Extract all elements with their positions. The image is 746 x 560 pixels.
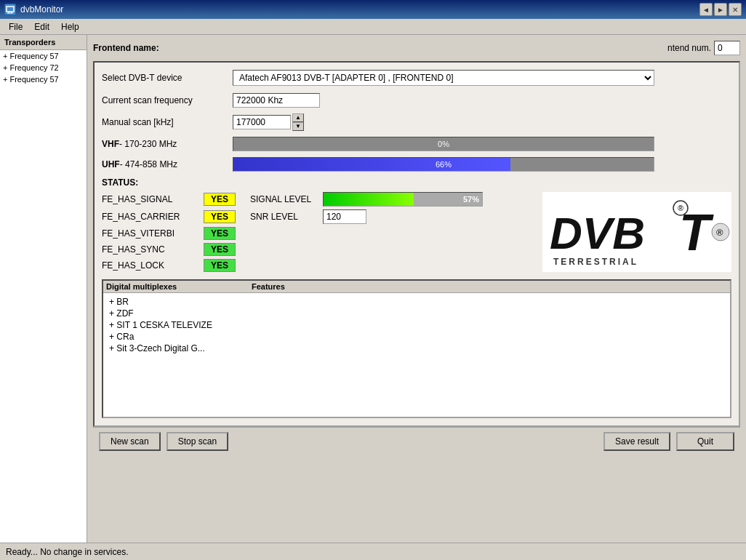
svg-text:DVB: DVB	[550, 208, 645, 258]
content-area: Frontend name: ntend num. Select DVB-T d…	[87, 35, 746, 543]
dvbt-logo: DVB ® T TERRESTRIAL ®	[542, 192, 731, 272]
fe-has-sync-row: FE_HAS_SYNC YES	[102, 243, 528, 256]
fe-has-signal-row: FE_HAS_SIGNAL YES SIGNAL LEVEL 57%	[102, 192, 528, 207]
statusbar-text: Ready... No change in services.	[6, 547, 129, 557]
svg-text:TERRESTRIAL: TERRESTRIAL	[553, 257, 638, 267]
save-result-button[interactable]: Save result	[603, 432, 670, 451]
current-freq-label: Current scan frequency	[102, 95, 233, 105]
frontend-num-label: ntend num.	[667, 43, 711, 53]
menu-file[interactable]: File	[3, 20, 28, 33]
spinner-buttons: ▲ ▼	[292, 113, 304, 131]
mux-item-3[interactable]: + CRa	[109, 331, 724, 343]
quit-button[interactable]: Quit	[676, 432, 734, 451]
main-area: Transporders + Frequency 57 + Frequency …	[0, 35, 746, 543]
sidebar-item-freq2[interactable]: + Frequency 72	[0, 62, 87, 73]
status-header: STATUS:	[102, 177, 731, 188]
sidebar-item-freq3[interactable]: + Frequency 57	[0, 73, 87, 85]
fe-has-carrier-row: FE_HAS_CARRIER YES SNR LEVEL	[102, 209, 528, 224]
device-select-row: Select DVB-T device Afatech AF9013 DVB-T…	[102, 70, 731, 86]
app-icon	[4, 4, 16, 15]
statusbar: Ready... No change in services.	[0, 543, 746, 560]
spinner-up[interactable]: ▲	[292, 113, 304, 122]
fe-has-lock-label: FE_HAS_LOCK	[102, 260, 204, 271]
current-freq-row: Current scan frequency	[102, 93, 731, 108]
mux-col2: Features	[252, 282, 397, 291]
uhf-percent-label: 66%	[233, 158, 654, 171]
sidebar-item-freq1[interactable]: + Frequency 57	[0, 50, 87, 62]
fe-has-sync-label: FE_HAS_SYNC	[102, 244, 204, 255]
svg-text:®: ®	[716, 227, 723, 238]
fe-has-signal-label: FE_HAS_SIGNAL	[102, 194, 204, 204]
frontend-num-input[interactable]	[714, 41, 740, 55]
titlebar: dvbMonitor ◄ ► ✕	[0, 0, 746, 19]
signal-level-label: SIGNAL LEVEL	[250, 194, 323, 204]
frontend-row: Frontend name: ntend num.	[93, 41, 740, 55]
fe-has-sync-value: YES	[204, 243, 236, 256]
status-grid: FE_HAS_SIGNAL YES SIGNAL LEVEL 57% FE_HA…	[102, 192, 731, 275]
status-left: FE_HAS_SIGNAL YES SIGNAL LEVEL 57% FE_HA…	[102, 192, 528, 275]
mux-item-1[interactable]: + ZDF	[109, 308, 724, 319]
manual-scan-label: Manual scan [kHz]	[102, 117, 233, 127]
menu-help[interactable]: Help	[55, 20, 85, 33]
manual-scan-row: Manual scan [kHz] ▲ ▼	[102, 113, 731, 131]
manual-scan-input[interactable]	[233, 115, 291, 129]
snr-level-label: SNR LEVEL	[250, 212, 323, 222]
menu-edit[interactable]: Edit	[28, 20, 55, 33]
sidebar-header: Transporders	[0, 35, 87, 50]
vhf-label: VHF- 170-230 MHz	[102, 139, 233, 149]
sidebar: Transporders + Frequency 57 + Frequency …	[0, 35, 87, 543]
fe-has-signal-value: YES	[204, 193, 236, 206]
device-select[interactable]: Afatech AF9013 DVB-T [ADAPTER 0] , [FRON…	[233, 70, 654, 86]
frontend-label: Frontend name:	[93, 43, 159, 53]
dvbt-logo-svg: DVB ® T TERRESTRIAL ®	[542, 192, 731, 272]
fe-has-lock-value: YES	[204, 259, 236, 272]
uhf-label: UHF- 474-858 MHz	[102, 159, 233, 169]
svg-rect-0	[7, 7, 14, 12]
current-freq-input[interactable]	[233, 93, 320, 108]
mux-item-2[interactable]: + SIT 1 CESKA TELEVIZE	[109, 319, 724, 331]
manual-scan-spinner: ▲ ▼	[233, 113, 304, 131]
fe-has-lock-row: FE_HAS_LOCK YES	[102, 259, 528, 272]
new-scan-button[interactable]: New scan	[99, 432, 161, 451]
mux-item-4[interactable]: + Sit 3-Czech Digital G...	[109, 343, 724, 354]
titlebar-nav-fwd[interactable]: ►	[714, 3, 727, 16]
fe-has-carrier-label: FE_HAS_CARRIER	[102, 212, 204, 222]
signal-level-fill	[324, 193, 414, 206]
mux-col1: Digital multiplexes	[106, 282, 252, 291]
vhf-percent-label: 0%	[233, 137, 654, 151]
snr-level-input[interactable]	[323, 209, 366, 224]
mux-content: + BR + ZDF + SIT 1 CESKA TELEVIZE + CRa …	[103, 293, 730, 417]
signal-level-bar: 57%	[323, 192, 483, 207]
form-section: Select DVB-T device Afatech AF9013 DVB-T…	[93, 61, 740, 427]
bottom-bar: New scan Stop scan Save result Quit	[93, 427, 740, 455]
mux-header: Digital multiplexes Features	[103, 281, 730, 293]
titlebar-close[interactable]: ✕	[729, 3, 742, 16]
spinner-down[interactable]: ▼	[292, 122, 304, 131]
signal-level-text: 57%	[463, 193, 479, 206]
fe-has-viterbi-label: FE_HAS_VITERBI	[102, 228, 204, 239]
svg-text:T: T	[679, 204, 714, 261]
fe-has-viterbi-row: FE_HAS_VITERBI YES	[102, 227, 528, 240]
fe-has-viterbi-value: YES	[204, 227, 236, 240]
vhf-row: VHF- 170-230 MHz 0%	[102, 137, 731, 151]
menubar: File Edit Help	[0, 19, 746, 35]
device-select-label: Select DVB-T device	[102, 73, 233, 83]
vhf-progress: 0%	[233, 137, 654, 151]
titlebar-nav-back[interactable]: ◄	[699, 3, 713, 16]
app-title: dvbMonitor	[20, 4, 63, 15]
mux-item-0[interactable]: + BR	[109, 296, 724, 308]
uhf-row: UHF- 474-858 MHz 66%	[102, 157, 731, 172]
uhf-progress: 66%	[233, 157, 654, 172]
fe-has-carrier-value: YES	[204, 210, 236, 223]
stop-scan-button[interactable]: Stop scan	[167, 432, 228, 451]
mux-table: Digital multiplexes Features + BR + ZDF …	[102, 279, 731, 418]
